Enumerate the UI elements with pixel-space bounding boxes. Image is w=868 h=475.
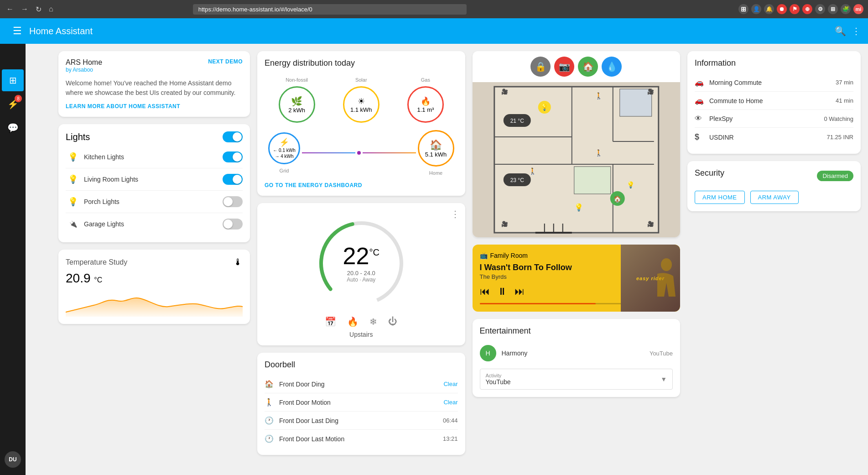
profile-icon[interactable]: 👤 bbox=[751, 4, 761, 14]
media-player-card: 📺 Family Room I Wasn't Born To Follow Th… bbox=[473, 245, 681, 312]
living-room-lights-toggle[interactable] bbox=[223, 174, 243, 185]
sidebar-item-chat[interactable]: 💬 bbox=[2, 117, 24, 139]
sidebar-item-energy[interactable]: ⚡ 8 bbox=[2, 93, 24, 115]
menu-button[interactable]: ☰ bbox=[13, 25, 22, 37]
security-card: Security Disarmed ARM HOME ARM AWAY bbox=[687, 161, 861, 211]
grid-icon[interactable]: ⊞ bbox=[828, 4, 838, 14]
floorplan-card: 🔒 📷 🏠 💧 bbox=[473, 51, 681, 237]
list-item: 🚗 Morning Commute 37 min bbox=[695, 73, 853, 92]
last-motion-value: 13:21 bbox=[443, 435, 458, 442]
media-title: I Wasn't Born To Follow bbox=[480, 263, 623, 272]
activity-value: YouTube bbox=[486, 378, 511, 386]
flag-icon[interactable]: ⚑ bbox=[790, 4, 800, 14]
list-item: 💡 Porch Lights bbox=[66, 191, 243, 213]
porch-lights-icon: 💡 bbox=[66, 194, 80, 209]
thermostat-menu-icon[interactable]: ⋮ bbox=[451, 209, 460, 219]
search-icon[interactable]: 🔍 bbox=[835, 26, 846, 37]
kitchen-lights-toggle[interactable] bbox=[223, 151, 243, 162]
extensions-icon[interactable]: ⊞ bbox=[738, 4, 748, 14]
media-progress-fill bbox=[480, 303, 596, 304]
user-avatar[interactable]: DU bbox=[5, 451, 21, 468]
harmony-name: Harmony bbox=[502, 350, 650, 357]
pause-button[interactable]: ⏸ bbox=[497, 286, 507, 298]
home-label: Home bbox=[429, 170, 442, 176]
dashboard-link-text[interactable]: GO TO THE ENERGY DASHBOARD bbox=[265, 182, 362, 188]
energy-gas: Gas 🔥 1.1 m³ bbox=[407, 77, 444, 123]
list-item: 🕐 Front Door Last Ding 06:44 bbox=[265, 412, 458, 430]
back-button[interactable]: ← bbox=[5, 3, 16, 15]
information-card: Information 🚗 Morning Commute 37 min 🚗 C… bbox=[687, 51, 861, 154]
next-demo-button[interactable]: NEXT DEMO bbox=[208, 58, 243, 65]
thermostat-display: 22°C 20.0 - 24.0 Auto · Away bbox=[316, 218, 407, 309]
prev-track-button[interactable]: ⏮ bbox=[480, 286, 490, 298]
ha-app: ☰ Home Assistant 🔍 ⋮ ⊞ ⚡ 8 💬 DU NEXT DEM… bbox=[0, 18, 868, 475]
commute-home-value: 41 min bbox=[836, 97, 853, 104]
notification-badge: 8 bbox=[15, 95, 22, 102]
arm-home-button[interactable]: ARM HOME bbox=[695, 191, 745, 204]
more-menu-icon[interactable]: ⋮ bbox=[852, 26, 861, 37]
energy-card: Energy distribution today Non-fossil 🌿 2… bbox=[257, 51, 465, 196]
front-door-motion-icon: 🚶 bbox=[265, 398, 279, 407]
svg-text:🚶: 🚶 bbox=[594, 92, 603, 100]
multi-icon[interactable]: ⊕ bbox=[802, 4, 812, 14]
energy-solar: Solar ☀ 1.1 kWh bbox=[343, 77, 379, 123]
home-shield-icon[interactable]: 🏠 bbox=[578, 57, 598, 77]
garage-lights-toggle[interactable] bbox=[223, 219, 243, 230]
lock-icon[interactable]: 🔒 bbox=[530, 57, 551, 77]
porch-lights-toggle[interactable] bbox=[223, 196, 243, 207]
lights-master-toggle[interactable] bbox=[223, 131, 243, 142]
heat-icon[interactable]: 🔥 bbox=[347, 316, 359, 327]
thermostat-card: ⋮ 22°C 20.0 - 24.0 Auto · Away bbox=[257, 203, 465, 345]
front-door-ding-clear[interactable]: Clear bbox=[443, 381, 457, 387]
lights-title: Lights bbox=[66, 132, 90, 142]
record-icon[interactable]: ⏺ bbox=[777, 4, 787, 14]
bell-icon[interactable]: 🔔 bbox=[764, 4, 774, 14]
demo-by[interactable]: by Arsaboo bbox=[66, 67, 243, 73]
camera-icon[interactable]: 📷 bbox=[554, 57, 574, 77]
activity-select[interactable]: Activity YouTube ▼ bbox=[480, 369, 673, 390]
puzzle-icon[interactable]: 🧩 bbox=[841, 4, 851, 14]
power-icon[interactable]: ⏻ bbox=[388, 316, 397, 327]
mi-icon[interactable]: mi bbox=[853, 4, 863, 14]
arm-away-button[interactable]: ARM AWAY bbox=[750, 191, 799, 204]
gas-value: 1.1 m³ bbox=[417, 106, 434, 113]
forward-button[interactable]: → bbox=[19, 3, 30, 15]
last-ding-icon: 🕐 bbox=[265, 416, 279, 425]
last-ding-label: Front Door Last Ding bbox=[279, 417, 443, 424]
energy-nonfossil: Non-fossil 🌿 2 kWh bbox=[279, 77, 315, 123]
learn-more-link[interactable]: LEARN MORE ABOUT HOME ASSISTANT bbox=[66, 103, 243, 110]
security-buttons: ARM HOME ARM AWAY bbox=[695, 191, 853, 204]
information-title: Information bbox=[695, 58, 853, 68]
media-source-label: Family Room bbox=[490, 252, 528, 259]
settings-icon[interactable]: ⚙ bbox=[815, 4, 825, 14]
energy-dashboard-link[interactable]: GO TO THE ENERGY DASHBOARD bbox=[265, 181, 458, 188]
nonfossil-value: 2 kWh bbox=[288, 107, 305, 114]
next-track-button[interactable]: ⏭ bbox=[515, 286, 525, 298]
activity-field: Activity YouTube bbox=[486, 373, 661, 386]
browser-toolbar: ⊞ 👤 🔔 ⏺ ⚑ ⊕ ⚙ ⊞ 🧩 mi bbox=[738, 4, 863, 14]
url-bar[interactable]: https://demo.home-assistant.io/#/lovelac… bbox=[193, 4, 467, 15]
living-room-lights-label: Living Room Lights bbox=[84, 176, 223, 183]
media-controls: ⏮ ⏸ ⏭ bbox=[480, 286, 623, 298]
temperature-card: Temperature Study 🌡 20.9 °C bbox=[58, 250, 250, 324]
home-button[interactable]: ⌂ bbox=[47, 3, 55, 15]
floorplan-svg: 21 °C 23 °C 💡 🎥 🎥 🎥 🎥 🚶 🚶 bbox=[473, 82, 681, 237]
cast-icon: 📺 bbox=[480, 252, 488, 259]
solar-label: Solar bbox=[355, 77, 367, 83]
security-status-badge: Disarmed bbox=[817, 171, 853, 181]
thermometer-icon: 🌡 bbox=[234, 257, 243, 267]
cool-icon[interactable]: ❄ bbox=[369, 316, 377, 327]
sidebar-item-dashboard[interactable]: ⊞ bbox=[2, 69, 24, 91]
svg-point-32 bbox=[661, 258, 672, 271]
morning-commute-value: 37 min bbox=[836, 79, 853, 86]
front-door-motion-clear[interactable]: Clear bbox=[443, 399, 457, 406]
schedule-icon[interactable]: 📅 bbox=[325, 316, 336, 327]
temp-number: 20.9 bbox=[66, 271, 91, 285]
entertainment-card: Entertainment H Harmony YouTube Activity… bbox=[473, 319, 681, 397]
harmony-avatar: H bbox=[480, 345, 496, 361]
refresh-button[interactable]: ↻ bbox=[34, 3, 43, 16]
thermostat-temp-display: 22°C 20.0 - 24.0 Auto · Away bbox=[343, 244, 379, 283]
thermostat-name: Upstairs bbox=[265, 331, 458, 338]
water-icon[interactable]: 💧 bbox=[602, 57, 622, 77]
svg-text:🎥: 🎥 bbox=[647, 220, 654, 227]
